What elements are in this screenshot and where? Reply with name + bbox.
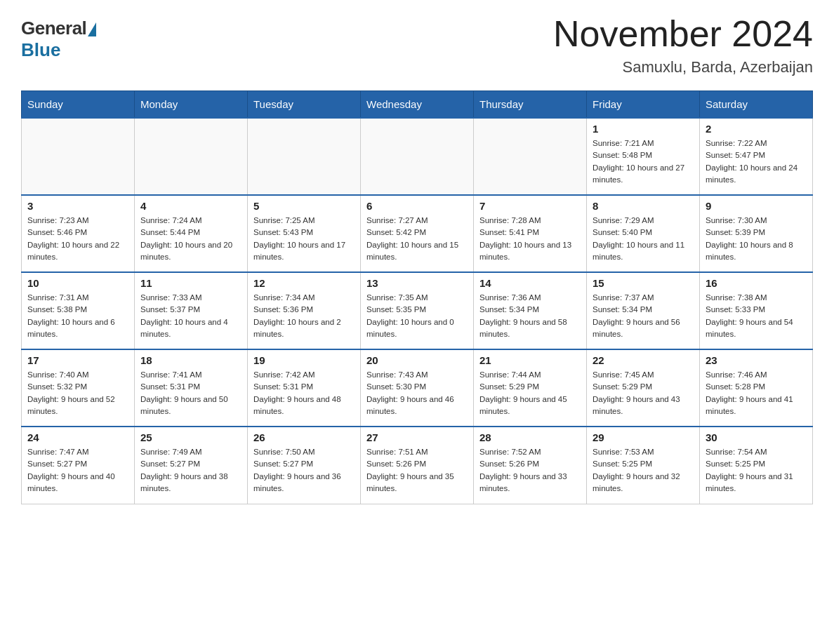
logo-general-text: General bbox=[21, 18, 96, 39]
calendar-cell: 29Sunrise: 7:53 AM Sunset: 5:25 PM Dayli… bbox=[587, 427, 700, 504]
calendar-cell: 10Sunrise: 7:31 AM Sunset: 5:38 PM Dayli… bbox=[22, 272, 135, 349]
day-info: Sunrise: 7:24 AM Sunset: 5:44 PM Dayligh… bbox=[140, 215, 241, 263]
day-number: 11 bbox=[140, 277, 241, 289]
day-number: 22 bbox=[593, 354, 694, 366]
weekday-header-monday: Monday bbox=[135, 91, 248, 119]
day-info: Sunrise: 7:31 AM Sunset: 5:38 PM Dayligh… bbox=[27, 292, 128, 340]
day-info: Sunrise: 7:38 AM Sunset: 5:33 PM Dayligh… bbox=[706, 292, 807, 340]
weekday-header-tuesday: Tuesday bbox=[248, 91, 361, 119]
day-info: Sunrise: 7:42 AM Sunset: 5:31 PM Dayligh… bbox=[253, 369, 355, 417]
day-info: Sunrise: 7:46 AM Sunset: 5:28 PM Dayligh… bbox=[706, 369, 807, 417]
week-row-4: 17Sunrise: 7:40 AM Sunset: 5:32 PM Dayli… bbox=[22, 349, 813, 427]
day-number: 14 bbox=[479, 277, 581, 289]
day-info: Sunrise: 7:25 AM Sunset: 5:43 PM Dayligh… bbox=[253, 215, 355, 263]
day-number: 1 bbox=[593, 123, 694, 135]
day-number: 8 bbox=[593, 200, 694, 212]
day-info: Sunrise: 7:49 AM Sunset: 5:27 PM Dayligh… bbox=[140, 446, 241, 495]
week-row-5: 24Sunrise: 7:47 AM Sunset: 5:27 PM Dayli… bbox=[22, 427, 813, 504]
day-number: 26 bbox=[253, 431, 355, 443]
day-info: Sunrise: 7:51 AM Sunset: 5:26 PM Dayligh… bbox=[366, 446, 468, 495]
day-info: Sunrise: 7:37 AM Sunset: 5:34 PM Dayligh… bbox=[593, 292, 694, 340]
calendar-cell bbox=[361, 118, 474, 195]
day-number: 3 bbox=[27, 200, 128, 212]
day-number: 27 bbox=[366, 431, 468, 443]
calendar-cell: 24Sunrise: 7:47 AM Sunset: 5:27 PM Dayli… bbox=[22, 427, 135, 504]
day-info: Sunrise: 7:54 AM Sunset: 5:25 PM Dayligh… bbox=[706, 446, 807, 495]
day-info: Sunrise: 7:29 AM Sunset: 5:40 PM Dayligh… bbox=[593, 215, 694, 263]
day-number: 10 bbox=[27, 277, 128, 289]
calendar-cell: 4Sunrise: 7:24 AM Sunset: 5:44 PM Daylig… bbox=[135, 195, 248, 272]
calendar-cell: 12Sunrise: 7:34 AM Sunset: 5:36 PM Dayli… bbox=[248, 272, 361, 349]
day-info: Sunrise: 7:53 AM Sunset: 5:25 PM Dayligh… bbox=[593, 446, 694, 495]
weekday-header-thursday: Thursday bbox=[474, 91, 587, 119]
calendar-cell: 7Sunrise: 7:28 AM Sunset: 5:41 PM Daylig… bbox=[474, 195, 587, 272]
weekday-header-saturday: Saturday bbox=[700, 91, 813, 119]
week-row-2: 3Sunrise: 7:23 AM Sunset: 5:46 PM Daylig… bbox=[22, 195, 813, 272]
calendar-cell: 18Sunrise: 7:41 AM Sunset: 5:31 PM Dayli… bbox=[135, 349, 248, 427]
logo: General Blue bbox=[21, 14, 96, 61]
day-number: 18 bbox=[140, 354, 241, 366]
day-number: 16 bbox=[706, 277, 807, 289]
calendar-cell bbox=[22, 118, 135, 195]
day-info: Sunrise: 7:50 AM Sunset: 5:27 PM Dayligh… bbox=[253, 446, 355, 495]
weekday-header-friday: Friday bbox=[587, 91, 700, 119]
day-info: Sunrise: 7:23 AM Sunset: 5:46 PM Dayligh… bbox=[27, 215, 128, 263]
day-number: 28 bbox=[479, 431, 581, 443]
day-number: 19 bbox=[253, 354, 355, 366]
day-number: 25 bbox=[140, 431, 241, 443]
day-number: 23 bbox=[706, 354, 807, 366]
day-number: 17 bbox=[27, 354, 128, 366]
calendar-cell: 17Sunrise: 7:40 AM Sunset: 5:32 PM Dayli… bbox=[22, 349, 135, 427]
day-number: 20 bbox=[366, 354, 468, 366]
weekday-header-sunday: Sunday bbox=[22, 91, 135, 119]
day-info: Sunrise: 7:28 AM Sunset: 5:41 PM Dayligh… bbox=[479, 215, 581, 263]
week-row-3: 10Sunrise: 7:31 AM Sunset: 5:38 PM Dayli… bbox=[22, 272, 813, 349]
week-row-1: 1Sunrise: 7:21 AM Sunset: 5:48 PM Daylig… bbox=[22, 118, 813, 195]
day-info: Sunrise: 7:43 AM Sunset: 5:30 PM Dayligh… bbox=[366, 369, 468, 417]
calendar-cell: 27Sunrise: 7:51 AM Sunset: 5:26 PM Dayli… bbox=[361, 427, 474, 504]
calendar-cell: 13Sunrise: 7:35 AM Sunset: 5:35 PM Dayli… bbox=[361, 272, 474, 349]
day-number: 21 bbox=[479, 354, 581, 366]
day-info: Sunrise: 7:44 AM Sunset: 5:29 PM Dayligh… bbox=[479, 369, 581, 417]
calendar-cell: 11Sunrise: 7:33 AM Sunset: 5:37 PM Dayli… bbox=[135, 272, 248, 349]
calendar-cell: 16Sunrise: 7:38 AM Sunset: 5:33 PM Dayli… bbox=[700, 272, 813, 349]
calendar-cell: 20Sunrise: 7:43 AM Sunset: 5:30 PM Dayli… bbox=[361, 349, 474, 427]
day-info: Sunrise: 7:40 AM Sunset: 5:32 PM Dayligh… bbox=[27, 369, 128, 417]
calendar-cell: 26Sunrise: 7:50 AM Sunset: 5:27 PM Dayli… bbox=[248, 427, 361, 504]
day-info: Sunrise: 7:41 AM Sunset: 5:31 PM Dayligh… bbox=[140, 369, 241, 417]
day-number: 4 bbox=[140, 200, 241, 212]
day-info: Sunrise: 7:36 AM Sunset: 5:34 PM Dayligh… bbox=[479, 292, 581, 340]
day-info: Sunrise: 7:35 AM Sunset: 5:35 PM Dayligh… bbox=[366, 292, 468, 340]
calendar-header-row: SundayMondayTuesdayWednesdayThursdayFrid… bbox=[22, 91, 813, 119]
day-number: 12 bbox=[253, 277, 355, 289]
calendar-cell bbox=[474, 118, 587, 195]
day-info: Sunrise: 7:21 AM Sunset: 5:48 PM Dayligh… bbox=[593, 137, 694, 186]
day-number: 5 bbox=[253, 200, 355, 212]
calendar-cell: 9Sunrise: 7:30 AM Sunset: 5:39 PM Daylig… bbox=[700, 195, 813, 272]
calendar-cell: 21Sunrise: 7:44 AM Sunset: 5:29 PM Dayli… bbox=[474, 349, 587, 427]
day-info: Sunrise: 7:52 AM Sunset: 5:26 PM Dayligh… bbox=[479, 446, 581, 495]
day-number: 24 bbox=[27, 431, 128, 443]
day-info: Sunrise: 7:22 AM Sunset: 5:47 PM Dayligh… bbox=[706, 137, 807, 186]
calendar-cell: 14Sunrise: 7:36 AM Sunset: 5:34 PM Dayli… bbox=[474, 272, 587, 349]
day-number: 15 bbox=[593, 277, 694, 289]
calendar-cell: 6Sunrise: 7:27 AM Sunset: 5:42 PM Daylig… bbox=[361, 195, 474, 272]
calendar-cell: 25Sunrise: 7:49 AM Sunset: 5:27 PM Dayli… bbox=[135, 427, 248, 504]
day-number: 2 bbox=[706, 123, 807, 135]
calendar-cell: 3Sunrise: 7:23 AM Sunset: 5:46 PM Daylig… bbox=[22, 195, 135, 272]
day-info: Sunrise: 7:34 AM Sunset: 5:36 PM Dayligh… bbox=[253, 292, 355, 340]
day-info: Sunrise: 7:45 AM Sunset: 5:29 PM Dayligh… bbox=[593, 369, 694, 417]
calendar-table: SundayMondayTuesdayWednesdayThursdayFrid… bbox=[21, 90, 813, 504]
calendar-cell: 19Sunrise: 7:42 AM Sunset: 5:31 PM Dayli… bbox=[248, 349, 361, 427]
day-number: 30 bbox=[706, 431, 807, 443]
calendar-cell: 15Sunrise: 7:37 AM Sunset: 5:34 PM Dayli… bbox=[587, 272, 700, 349]
calendar-cell: 5Sunrise: 7:25 AM Sunset: 5:43 PM Daylig… bbox=[248, 195, 361, 272]
calendar-subtitle: Samuxlu, Barda, Azerbaijan bbox=[553, 58, 813, 76]
day-info: Sunrise: 7:33 AM Sunset: 5:37 PM Dayligh… bbox=[140, 292, 241, 340]
day-info: Sunrise: 7:30 AM Sunset: 5:39 PM Dayligh… bbox=[706, 215, 807, 263]
calendar-title: November 2024 bbox=[553, 14, 813, 54]
day-number: 7 bbox=[479, 200, 581, 212]
day-number: 13 bbox=[366, 277, 468, 289]
calendar-cell: 22Sunrise: 7:45 AM Sunset: 5:29 PM Dayli… bbox=[587, 349, 700, 427]
calendar-cell: 28Sunrise: 7:52 AM Sunset: 5:26 PM Dayli… bbox=[474, 427, 587, 504]
